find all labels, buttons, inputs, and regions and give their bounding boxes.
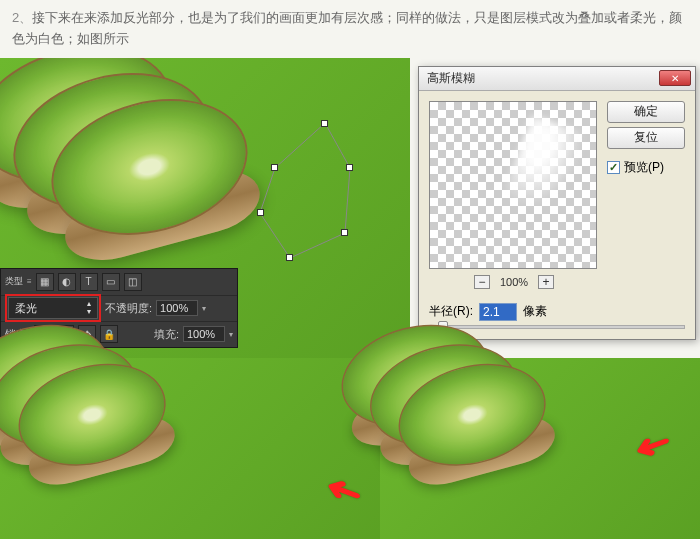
filter-text-icon[interactable]: T xyxy=(80,273,98,291)
radius-input[interactable]: 2.1 xyxy=(479,303,517,321)
radius-label: 半径(R): xyxy=(429,303,473,320)
step-number: 2、 xyxy=(12,10,32,25)
fill-input[interactable] xyxy=(183,326,225,342)
highlight-box: 柔光 ▴▾ xyxy=(5,294,101,322)
path-outline xyxy=(255,118,365,268)
ok-button[interactable]: 确定 xyxy=(607,101,685,123)
anchor-point[interactable] xyxy=(257,209,264,216)
anchor-point[interactable] xyxy=(286,254,293,261)
chevron-icon: ≡ xyxy=(27,277,32,286)
filter-smart-icon[interactable]: ◫ xyxy=(124,273,142,291)
close-button[interactable]: ✕ xyxy=(659,70,691,86)
instruction-body: 接下来在来添加反光部分，也是为了我们的画面更加有层次感；同样的做法，只是图层模式… xyxy=(12,10,682,46)
instruction-text: 2、接下来在来添加反光部分，也是为了我们的画面更加有层次感；同样的做法，只是图层… xyxy=(0,0,700,58)
opacity-input[interactable] xyxy=(156,300,198,316)
pen-selection-path[interactable] xyxy=(255,118,365,268)
zoom-value: 100% xyxy=(500,276,528,288)
blend-mode-value: 柔光 xyxy=(15,301,37,316)
anchor-point[interactable] xyxy=(271,164,278,171)
close-icon: ✕ xyxy=(671,73,679,84)
anchor-point[interactable] xyxy=(321,120,328,127)
dialog-titlebar[interactable]: 高斯模糊 ✕ xyxy=(419,67,695,91)
filter-pixel-icon[interactable]: ▦ xyxy=(36,273,54,291)
blend-mode-select[interactable]: 柔光 ▴▾ xyxy=(8,297,98,319)
panel-bottom-left xyxy=(0,358,380,539)
fill-label: 填充: xyxy=(154,327,179,342)
zoom-in-button[interactable]: + xyxy=(538,275,554,289)
anchor-point[interactable] xyxy=(341,229,348,236)
dialog-title: 高斯模糊 xyxy=(427,70,659,87)
chevron-down-icon[interactable]: ▾ xyxy=(229,330,233,339)
anchor-point[interactable] xyxy=(346,164,353,171)
gaussian-blur-dialog: 高斯模糊 ✕ − 100% + 确定 复位 ✓ xyxy=(418,66,696,340)
preview-checkbox[interactable]: ✓ xyxy=(607,161,620,174)
select-arrows-icon: ▴▾ xyxy=(87,300,91,316)
lock-all-icon[interactable]: 🔒 xyxy=(100,325,118,343)
preview-checkbox-label: 预览(P) xyxy=(624,159,664,176)
filter-adjust-icon[interactable]: ◐ xyxy=(58,273,76,291)
chevron-down-icon[interactable]: ▾ xyxy=(202,304,206,313)
cancel-button[interactable]: 复位 xyxy=(607,127,685,149)
tutorial-canvas: 类型 ≡ ▦ ◐ T ▭ ◫ 柔光 ▴▾ 不透明度: ▾ 锁定: ▨ ✎ ✥ 🔒 xyxy=(0,58,700,539)
opacity-label: 不透明度: xyxy=(105,301,152,316)
radius-unit: 像素 xyxy=(523,303,547,320)
filter-shape-icon[interactable]: ▭ xyxy=(102,273,120,291)
layer-type-label: 类型 xyxy=(5,275,23,288)
zoom-out-button[interactable]: − xyxy=(474,275,490,289)
blur-preview[interactable] xyxy=(429,101,597,269)
radius-slider[interactable] xyxy=(429,325,685,329)
